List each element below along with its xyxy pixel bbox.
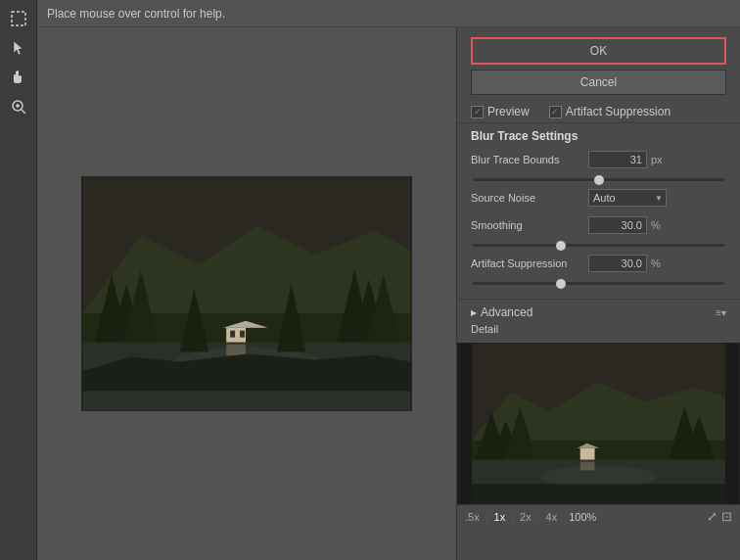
artifact-suppression-unit: % <box>651 257 671 269</box>
artifact-suppression-label: Artifact Suppression <box>566 105 671 118</box>
canvas-area <box>37 27 456 560</box>
checkboxes-row: ✓ Preview ✓ Artifact Suppression <box>457 101 740 122</box>
svg-line-3 <box>22 110 25 114</box>
zoom-icons: ⤢ ⊡ <box>707 509 732 524</box>
info-text: Place mouse over control for help. <box>47 7 225 21</box>
detail-preview <box>457 343 740 504</box>
blur-trace-bounds-slider-row <box>471 178 726 181</box>
artifact-suppression-settings-label: Artifact Suppression <box>471 257 588 269</box>
blur-trace-bounds-row: Blur Trace Bounds 31 px <box>471 151 726 168</box>
blur-trace-settings: Blur Trace Settings Blur Trace Bounds 31… <box>457 122 740 299</box>
svg-marker-25 <box>82 353 410 391</box>
blur-trace-bounds-slider-thumb[interactable] <box>594 175 604 185</box>
artifact-suppression-checkbox-item[interactable]: ✓ Artifact Suppression <box>549 105 671 118</box>
tool-zoom[interactable] <box>6 94 31 119</box>
blur-trace-bounds-slider-track[interactable] <box>473 178 724 181</box>
smoothing-unit: % <box>651 219 671 231</box>
svg-marker-39 <box>472 484 725 503</box>
svg-rect-20 <box>240 331 245 338</box>
blur-trace-bounds-input[interactable]: 31 <box>588 151 647 168</box>
ok-button[interactable]: OK <box>471 37 726 65</box>
advanced-header: ▶ Advanced ≡▾ <box>471 305 726 319</box>
svg-rect-0 <box>12 12 25 25</box>
preview-label: Preview <box>487 105 530 118</box>
zoom-half[interactable]: .5x <box>465 511 480 523</box>
zoom-fit-icon[interactable]: ⤢ <box>707 509 717 524</box>
advanced-toggle[interactable]: ▶ Advanced <box>471 305 532 319</box>
svg-rect-19 <box>230 331 235 338</box>
zoom-percent: 100% <box>569 511 596 523</box>
artifact-suppression-slider-row <box>471 282 726 285</box>
advanced-label: Advanced <box>481 305 532 319</box>
svg-rect-38 <box>580 462 595 471</box>
artifact-suppression-input[interactable]: 30.0 <box>588 255 647 272</box>
zoom-reset-icon[interactable]: ⊡ <box>721 509 732 524</box>
svg-rect-21 <box>226 345 246 356</box>
advanced-section: ▶ Advanced ≡▾ Detail <box>457 299 740 343</box>
right-panel: OK Cancel ✓ Preview ✓ Artifact Suppressi… <box>456 27 740 560</box>
main-area: Place mouse over control for help. <box>37 0 740 560</box>
blur-trace-bounds-label: Blur Trace Bounds <box>471 154 588 165</box>
svg-marker-1 <box>14 41 23 55</box>
main-canvas-image <box>81 176 412 411</box>
preview-checkbox[interactable]: ✓ <box>471 106 484 118</box>
smoothing-input[interactable]: 30.0 <box>588 216 647 234</box>
zoom-bar: .5x | 1x | 2x | 4x 100% ⤢ ⊡ <box>457 504 740 528</box>
smoothing-slider-track[interactable] <box>473 244 724 247</box>
cancel-button[interactable]: Cancel <box>471 70 726 95</box>
tool-select[interactable] <box>6 35 31 61</box>
smoothing-slider-thumb[interactable] <box>556 241 566 251</box>
artifact-suppression-slider-track[interactable] <box>473 282 724 285</box>
buttons-row: OK Cancel <box>457 27 740 101</box>
artifact-suppression-slider-thumb[interactable] <box>556 279 566 289</box>
source-noise-select-wrapper: Auto Low Medium High ▼ <box>588 189 667 207</box>
advanced-menu-icon[interactable]: ≡▾ <box>716 307 726 318</box>
blur-trace-title: Blur Trace Settings <box>471 129 726 143</box>
tool-hand[interactable] <box>6 65 31 90</box>
tool-marquee[interactable] <box>6 6 31 31</box>
left-toolbar <box>0 0 37 560</box>
preview-checkbox-item[interactable]: ✓ Preview <box>471 105 530 118</box>
smoothing-slider-row <box>471 244 726 247</box>
zoom-2x[interactable]: 2x <box>520 511 532 523</box>
smoothing-row: Smoothing 30.0 % <box>471 216 726 234</box>
detail-label: Detail <box>471 323 726 335</box>
zoom-1x[interactable]: 1x <box>494 511 506 523</box>
advanced-triangle-icon: ▶ <box>471 308 477 317</box>
source-noise-select[interactable]: Auto Low Medium High <box>588 189 667 207</box>
svg-rect-36 <box>580 448 595 460</box>
content-row: OK Cancel ✓ Preview ✓ Artifact Suppressi… <box>37 27 740 560</box>
blur-trace-bounds-unit: px <box>651 154 671 165</box>
info-bar: Place mouse over control for help. <box>37 0 740 27</box>
artifact-suppression-checkbox[interactable]: ✓ <box>549 106 562 118</box>
artifact-suppression-row: Artifact Suppression 30.0 % <box>471 255 726 272</box>
zoom-4x[interactable]: 4x <box>546 511 558 523</box>
source-noise-label: Source Noise <box>471 192 588 204</box>
source-noise-row: Source Noise Auto Low Medium High ▼ <box>471 189 726 207</box>
smoothing-label: Smoothing <box>471 219 588 231</box>
